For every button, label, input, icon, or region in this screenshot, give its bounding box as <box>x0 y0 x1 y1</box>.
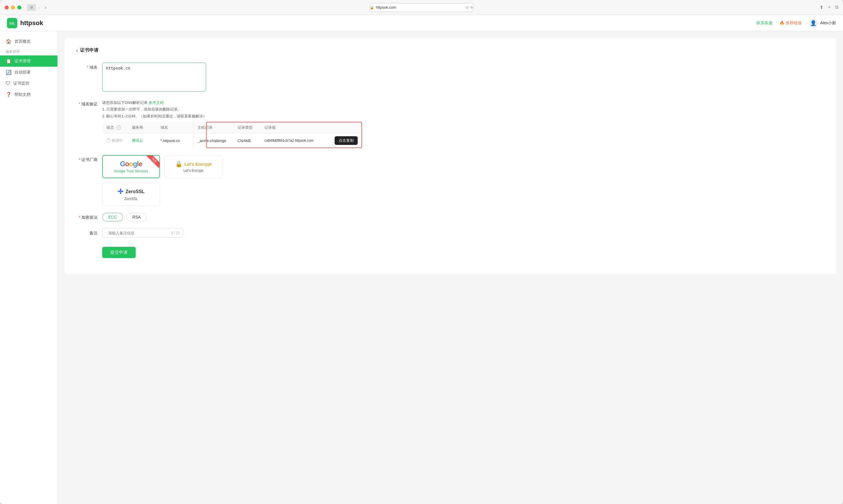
maximize-button[interactable] <box>17 5 21 10</box>
titlebar-actions: ⬆ + ⧉ <box>820 5 838 10</box>
submit-row: 提交申请 <box>76 245 825 258</box>
zerossl-logo: ✛ ZeroSSL <box>118 187 145 196</box>
domain-row: 域名 httpsok.cn <box>76 62 825 92</box>
col-record-type: 记录类型 <box>234 122 261 133</box>
enc-buttons: ECC RSA <box>102 213 275 221</box>
certificate-icon: 📋 <box>6 58 12 64</box>
provider-cell: 腾讯云 <box>128 133 156 148</box>
sidebar: 🏠 首页概览 服务管理 📋 证书管理 🔄 自动部署 🛡 证书监控 ❓ 帮助文档 <box>0 31 58 504</box>
host-record-cell: _acme-challenge <box>194 133 234 148</box>
sidebar-item-docs[interactable]: ❓ 帮助文档 <box>0 89 57 100</box>
submit-content: 提交申请 <box>102 245 275 258</box>
sidebar-toggle[interactable]: ⊞ <box>27 4 36 11</box>
domain-content: httpsok.cn <box>102 62 275 92</box>
minimize-button[interactable] <box>11 5 15 10</box>
app-header: SSL httpsok 联系客服 🔥 推荐链接 👤 Alex小新 <box>0 15 843 31</box>
enc-row: 加密算法 ECC RSA <box>76 213 825 221</box>
enc-rsa-button[interactable]: RSA <box>126 213 147 221</box>
ca-google-name: Google Trust Services <box>114 169 148 173</box>
letsencrypt-logo: 🔒 Let's Encrypt <box>175 161 211 167</box>
monitor-icon: 🛡 <box>6 81 11 86</box>
new-tab-icon[interactable]: + <box>828 5 830 10</box>
submit-button[interactable]: 提交申请 <box>102 247 136 258</box>
record-type-cell: CNAME <box>234 133 261 148</box>
ca-content: 推荐 Google Google Trust Services 🔒 <box>102 155 275 206</box>
ca-card-google[interactable]: 推荐 Google Google Trust Services <box>102 155 160 178</box>
col-domain: 域名 <box>157 122 194 133</box>
ca-label: 证书厂商 <box>76 155 102 163</box>
dns-table-row: 检测中 腾讯云 *.httpsok.cn _acme-challenge <box>103 133 362 148</box>
ca-zerossl-name: ZeroSSL <box>124 197 138 201</box>
url-text: httpsok.com <box>376 5 396 10</box>
nav-buttons: ⊞ ‹ › <box>27 4 48 11</box>
col-record-value: 记录值 <box>261 122 330 133</box>
sidebar-item-docs-label: 帮助文档 <box>14 92 31 97</box>
enc-content: ECC RSA <box>102 213 275 221</box>
remark-label: 备注 <box>76 228 102 236</box>
domain-label: 域名 <box>76 62 102 70</box>
sidebar-item-dashboard[interactable]: 🏠 首页概览 <box>0 36 57 47</box>
dns-row: 域名验证 请您添加以下DNS解析记录 参考文档 1. 只需要添加一次即可，添加后… <box>76 99 825 148</box>
ca-card-letsencrypt[interactable]: 🔒 Let's Encrypt Let's Encrypt <box>164 155 222 178</box>
content-card: ‹ 证书申请 域名 httpsok.cn 域名验证 请您添加以下DNS解析记录 <box>65 38 836 274</box>
status-help-icon[interactable]: ? <box>116 125 121 130</box>
back-arrow[interactable]: ‹ <box>76 48 78 53</box>
forward-nav-button[interactable]: › <box>43 4 48 11</box>
status-spinner <box>107 139 111 143</box>
back-nav-button[interactable]: ‹ <box>37 4 42 11</box>
submit-label-spacer <box>76 245 102 247</box>
refresh-icon[interactable]: ↻ <box>470 5 473 10</box>
dns-description: 请您添加以下DNS解析记录 参考文档 1. 只需要添加一次即可，添加后请勿删除记… <box>102 99 362 120</box>
url-bar[interactable]: 🔒 httpsok.com ⊙ ↻ <box>370 3 473 12</box>
lock-icon: 🔒 <box>370 5 374 10</box>
col-copy <box>330 122 362 133</box>
username: Alex小新 <box>820 20 836 26</box>
ca-vendors-list: 推荐 Google Google Trust Services 🔒 <box>102 155 275 206</box>
enc-label: 加密算法 <box>76 213 102 220</box>
sidebar-item-auto-deploy[interactable]: 🔄 自动部署 <box>0 67 57 78</box>
recommend-link[interactable]: 🔥 推荐链接 <box>779 20 802 26</box>
col-host-record: 主机记录 <box>194 122 234 133</box>
logo-area: SSL httpsok <box>7 18 43 28</box>
close-button[interactable] <box>5 5 9 10</box>
domain-input[interactable]: httpsok.cn <box>102 62 206 91</box>
copy-btn-cell: 点击复制 <box>330 133 362 148</box>
domain-cell: *.httpsok.cn <box>157 133 194 148</box>
remark-input[interactable] <box>105 229 171 237</box>
main-content: ‹ 证书申请 域名 httpsok.cn 域名验证 请您添加以下DNS解析记录 <box>58 31 843 504</box>
google-logo: Google <box>120 160 142 168</box>
sidebar-item-monitor-label: 证书监控 <box>13 81 30 86</box>
tabs-icon[interactable]: ⧉ <box>835 5 838 10</box>
status-cell: 检测中 <box>103 133 128 148</box>
page-title: 证书申请 <box>80 47 98 53</box>
ca-card-zerossl[interactable]: ✛ ZeroSSL ZeroSSL <box>102 183 160 206</box>
docs-icon: ❓ <box>6 92 12 97</box>
sidebar-item-deploy-label: 自动部署 <box>14 70 31 75</box>
provider-link[interactable]: 腾讯云 <box>132 138 143 143</box>
hot-badge: 推荐 <box>146 155 160 168</box>
record-value-cell: ca849d0f881cb7a2.httpsok.com <box>261 133 330 148</box>
enc-ecc-button[interactable]: ECC <box>102 213 123 221</box>
reader-icon[interactable]: ⊙ <box>466 5 469 10</box>
breadcrumb: ‹ 证书申请 <box>76 47 825 53</box>
share-icon[interactable]: ⬆ <box>820 5 823 10</box>
dns-content: 请您添加以下DNS解析记录 参考文档 1. 只需要添加一次即可，添加后请勿删除记… <box>102 99 362 148</box>
home-icon: 🏠 <box>6 39 12 44</box>
ca-letsencrypt-name: Let's Encrypt <box>184 168 203 173</box>
deploy-icon: 🔄 <box>6 70 12 75</box>
sidebar-item-certificate[interactable]: 📋 证书管理 <box>0 55 57 67</box>
dns-ref-link[interactable]: 参考文档 <box>149 101 164 105</box>
traffic-lights <box>5 5 21 10</box>
col-provider: 服务商 <box>128 122 156 133</box>
dns-label: 域名验证 <box>76 99 102 107</box>
svg-text:SSL: SSL <box>9 22 15 25</box>
copy-button[interactable]: 点击复制 <box>335 136 358 145</box>
logo-text: httpsok <box>20 19 43 27</box>
user-avatar-area[interactable]: 👤 Alex小新 <box>809 18 836 28</box>
contact-service-link[interactable]: 联系客服 <box>756 20 773 26</box>
sidebar-item-monitor[interactable]: 🛡 证书监控 <box>0 78 57 89</box>
dns-table: 状态 ? 服务商 域名 主机记录 记录类型 记录值 <box>102 122 362 148</box>
remark-content: 0 / 20 <box>102 228 275 238</box>
remark-counter: 0 / 20 <box>171 231 180 235</box>
sidebar-section-label: 服务管理 <box>0 47 57 55</box>
